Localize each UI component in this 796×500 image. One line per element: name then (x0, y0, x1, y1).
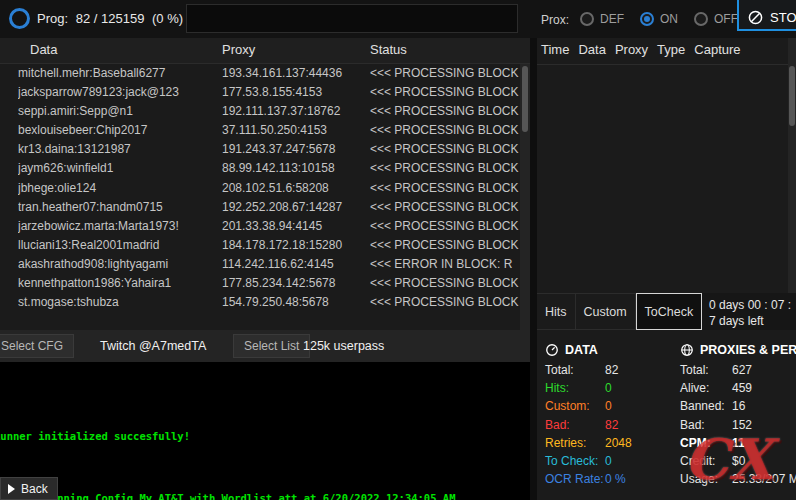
cell-proxy: 193.34.161.137:44436 (222, 64, 366, 83)
stat-label: To Check: (545, 452, 605, 470)
stat-item: Total:627 (680, 361, 796, 379)
capture-header-cell[interactable]: Time (541, 42, 569, 64)
stat-item: Retries:2048 (545, 434, 677, 452)
runtime-timer: 0 days 00 : 07 : (709, 298, 791, 312)
capture-header-cell[interactable]: Proxy (615, 42, 648, 64)
results-scrollbar[interactable] (520, 64, 530, 330)
table-row[interactable]: mitchell.mehr:Baseball6277 193.34.161.13… (0, 64, 520, 83)
table-row[interactable]: lluciani13:Real2001madrid 184.178.172.18… (0, 236, 520, 255)
custom-input[interactable] (186, 4, 518, 33)
capture-table-header: Time Data Proxy Type Capture (537, 38, 796, 65)
capture-header-cell[interactable]: Data (578, 42, 605, 64)
results-header-data[interactable]: Data (30, 42, 57, 57)
cell-proxy: 191.243.37.247:5678 (222, 140, 366, 159)
stat-label: Bad: (680, 416, 732, 434)
proxies-stats: PROXIES & PERF Total:627 Alive:459 Banne… (680, 339, 796, 488)
capture-scrollbar-thumb[interactable] (789, 66, 795, 126)
cell-status: <<< PROCESSING BLOCK (370, 83, 520, 102)
data-stats: DATA Total:82 Hits:0 Custom:0 Bad:82 (545, 339, 677, 488)
cell-proxy: 192.111.137.37:18762 (222, 102, 366, 121)
stat-item: Usage:25.33/207 MB (680, 470, 796, 488)
stat-label: Custom: (545, 397, 605, 415)
stat-value: 0 % (605, 472, 626, 486)
table-row[interactable]: jacksparrow789123:jack@123 177.53.8.155:… (0, 83, 520, 102)
cell-status: <<< PROCESSING BLOCK (370, 159, 520, 178)
proxy-mode-radio[interactable]: OFF (694, 12, 738, 26)
proxy-mode-radio[interactable]: ON (640, 12, 678, 26)
stat-value: 0 (605, 381, 612, 395)
table-row[interactable]: st.mogase:tshubza 154.79.250.48:5678 <<<… (0, 293, 520, 312)
results-header-status[interactable]: Status (370, 42, 407, 57)
cell-data: st.mogase:tshubza (18, 293, 218, 312)
tab[interactable]: Custom (576, 293, 636, 330)
table-row[interactable]: tran.heather07:handm0715 192.252.208.67:… (0, 198, 520, 217)
stats-panel: DATA Total:82 Hits:0 Custom:0 Bad:82 (537, 330, 796, 500)
cell-proxy: 88.99.142.113:10158 (222, 159, 366, 178)
cell-data: jaym626:winfield1 (18, 159, 218, 178)
stat-item: Hits:0 (545, 379, 677, 397)
stat-item: Credit:$0 (680, 452, 796, 470)
cell-data: akashrathod908:lightyagami (18, 255, 218, 274)
table-row[interactable]: jbhege:olie124 208.102.51.6:58208 <<< PR… (0, 179, 520, 198)
proxy-mode-radio[interactable]: DEF (580, 12, 624, 26)
stat-value: 82 (605, 418, 618, 432)
table-row[interactable]: jaym626:winfield1 88.99.142.113:10158 <<… (0, 159, 520, 178)
proxy-mode-group: DEF ON OFF (580, 8, 738, 30)
stat-item: Bad:152 (680, 416, 796, 434)
table-row[interactable]: jarzebowicz.marta:Marta1973! 201.33.38.9… (0, 217, 520, 236)
table-row[interactable]: seppi.amiri:Sepp@n1 192.111.137.37:18762… (0, 102, 520, 121)
table-row[interactable]: akashrathod908:lightyagami 114.242.116.6… (0, 255, 520, 274)
stat-value: 11 (732, 436, 745, 450)
cell-proxy: 208.102.51.6:58208 (222, 179, 366, 198)
stat-label: Retries: (545, 434, 605, 452)
stat-item: Banned:16 (680, 397, 796, 415)
list-name: 125k userpass (303, 339, 384, 353)
cell-proxy: 192.252.208.67:14287 (222, 198, 366, 217)
progress-text: Prog: 82 / 125159 (0 %) (37, 11, 183, 26)
radio-dot-icon (640, 12, 654, 26)
table-row[interactable]: kennethpatton1986:Yahaira1 177.85.234.14… (0, 274, 520, 293)
table-row[interactable]: kr13.daina:13121987 191.243.37.247:5678 … (0, 140, 520, 159)
back-button[interactable]: Back (0, 477, 58, 500)
progress-label: Prog: (37, 11, 68, 26)
stat-label: Total: (680, 361, 732, 379)
tab[interactable]: ToCheck (636, 293, 703, 330)
stat-item: CPM:11 (680, 434, 796, 452)
progress-value: 82 / 125159 (76, 11, 145, 26)
progress-ring-icon (9, 8, 30, 29)
select-cfg-button[interactable]: Select CFG (0, 334, 74, 358)
stat-item: Bad:82 (545, 416, 677, 434)
stat-value: 627 (732, 363, 752, 377)
capture-header-cell[interactable]: Type (657, 42, 685, 64)
proxies-stats-items: Total:627 Alive:459 Banned:16 Bad:152 CP… (680, 361, 796, 488)
days-left: 7 days left (709, 314, 764, 328)
cell-proxy: 177.85.234.142:5678 (222, 274, 366, 293)
capture-scrollbar[interactable] (788, 38, 796, 293)
stat-item: Total:82 (545, 361, 677, 379)
config-name: Twitch @A7medTA (100, 339, 206, 353)
cell-status: <<< PROCESSING BLOCK (370, 102, 520, 121)
table-row[interactable]: bexlouisebeer:Chip2017 37.111.50.250:415… (0, 121, 520, 140)
cell-data: seppi.amiri:Sepp@n1 (18, 102, 218, 121)
cell-proxy: 154.79.250.48:5678 (222, 293, 366, 312)
tab[interactable]: Hits (537, 293, 576, 330)
stop-button[interactable]: STOP (737, 0, 796, 31)
top-bar: Prog: 82 / 125159 (0 %) Prox: DEF ON OFF (0, 0, 796, 38)
stat-label: Alive: (680, 379, 732, 397)
radio-label: DEF (600, 12, 624, 26)
stat-label: CPM: (680, 434, 732, 452)
cell-proxy: 114.242.116.62:4145 (222, 255, 366, 274)
results-table: Data Proxy Status mitchell.mehr:Baseball… (0, 38, 530, 330)
stat-label: Bad: (545, 416, 605, 434)
radio-label: OFF (714, 12, 738, 26)
results-scrollbar-thumb[interactable] (522, 66, 528, 132)
select-list-button[interactable]: Select List (233, 334, 310, 358)
cell-proxy: 184.178.172.18:15280 (222, 236, 366, 255)
stat-label: Usage: (680, 470, 732, 488)
stat-label: OCR Rate: (545, 470, 605, 488)
results-header-proxy[interactable]: Proxy (222, 42, 255, 57)
console-log[interactable]: Runner initialized succesfully! Started … (0, 362, 530, 500)
tab-label: Custom (584, 305, 627, 319)
capture-header-cell[interactable]: Capture (694, 42, 740, 64)
cell-data: bexlouisebeer:Chip2017 (18, 121, 218, 140)
